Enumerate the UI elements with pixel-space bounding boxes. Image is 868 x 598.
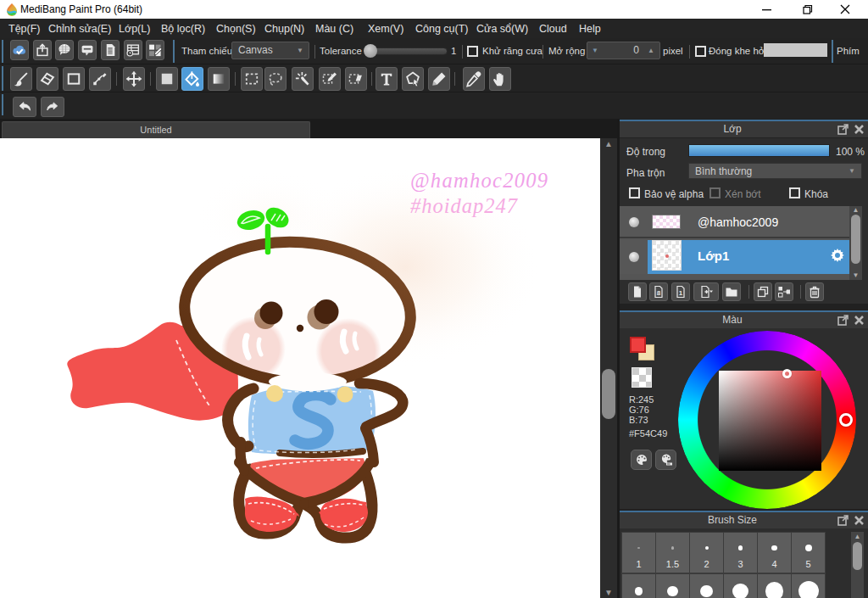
svg-text:1: 1 <box>679 289 683 297</box>
svg-text:@hamhoc2009: @hamhoc2009 <box>410 169 548 193</box>
svg-text:#hoidap247: #hoidap247 <box>410 194 519 217</box>
svg-text:8: 8 <box>657 289 661 297</box>
